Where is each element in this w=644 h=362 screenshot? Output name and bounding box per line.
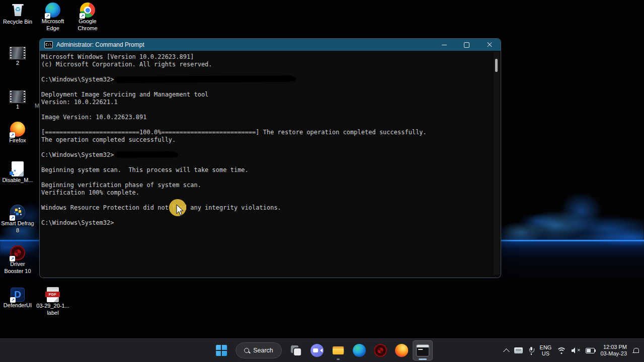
- terminal-line: [41, 159, 491, 166]
- shortcut-arrow-icon: ↗: [10, 256, 15, 261]
- terminal-line: Beginning system scan. This process will…: [41, 166, 491, 174]
- terminal-line: [41, 121, 491, 129]
- terminal-line: [==========================100.0%=======…: [41, 129, 491, 136]
- desktop-icon-label: 03-29_20-1...: [35, 303, 70, 309]
- desktop-icon-smart-defrag-8[interactable]: ↗Smart Defrag8: [0, 204, 35, 234]
- terminal-line: Verification 100% complete.: [41, 189, 491, 197]
- desktop-icon-label: Recycle Bin: [0, 19, 35, 25]
- terminal-line: [41, 197, 491, 204]
- taskbar-file-explorer-button[interactable]: [328, 340, 348, 360]
- shortcut-arrow-icon: ↗: [45, 13, 50, 19]
- touch-keyboard-button[interactable]: [514, 341, 523, 359]
- clock[interactable]: 12:03 PM 03-May-23: [600, 341, 627, 359]
- taskbar-driver-booster-button[interactable]: [370, 340, 390, 360]
- task-view-icon: [289, 344, 302, 357]
- terminal-line: [41, 174, 491, 182]
- desktop-icon-microsoft-edge[interactable]: ↗MicrosoftEdge: [35, 2, 70, 32]
- taskbar-start-button[interactable]: [211, 340, 231, 360]
- chevron-up-icon: [503, 348, 510, 355]
- touch-keyboard-icon: [514, 347, 523, 353]
- maximize-button[interactable]: [455, 39, 478, 51]
- terminal-line: Deployment Image Servicing and Managemen…: [41, 91, 491, 99]
- desktop-icon-label: Driver: [0, 261, 35, 267]
- shortcut-arrow-icon: ↗: [10, 132, 15, 138]
- volume-muted-icon: [572, 347, 580, 354]
- pdf-badge: PDF: [45, 292, 60, 297]
- edge-icon: [353, 344, 366, 357]
- desktop-screen: ♻Recycle Bin↗MicrosoftEdge↗GoogleChrome2…: [0, 0, 644, 362]
- battery-button[interactable]: [586, 341, 595, 359]
- desktop-icon-label: Disable_M...: [0, 177, 35, 184]
- search-label: Search: [253, 347, 273, 354]
- desktop-icon-disable-m-file[interactable]: Disable_M...: [0, 161, 35, 184]
- terminal-line: Windows Resource Protection did not find…: [41, 204, 491, 212]
- active-app-indicator: [419, 358, 427, 360]
- notification-bell-icon: [632, 347, 639, 354]
- desktop-icon-firefox[interactable]: ↗Firefox: [0, 121, 35, 144]
- hidden-icon-label-fragment: M: [35, 103, 39, 109]
- taskbar-task-view-button[interactable]: [286, 340, 306, 360]
- volume-button[interactable]: [572, 341, 580, 359]
- video-file-2-icon: [10, 47, 26, 59]
- cmd-window-icon: C:\: [44, 41, 53, 48]
- desktop-icon-label: Google: [70, 18, 105, 25]
- language-switcher[interactable]: ENG US: [540, 341, 552, 359]
- microsoft-edge-icon: ↗: [45, 3, 60, 18]
- wifi-button[interactable]: [557, 341, 566, 359]
- scrollbar-track[interactable]: [494, 52, 500, 275]
- disable-m-file-icon: [12, 161, 24, 176]
- terminal-line: C:\Windows\System32>: [41, 76, 491, 83]
- desktop-icon-video-file-1[interactable]: 1: [0, 88, 35, 110]
- system-tray: ENG US 12:03 PM 03-May-23: [504, 339, 644, 362]
- terminal-line: Beginning verification phase of system s…: [41, 182, 491, 189]
- desktop-icon-label: Smart Defrag: [0, 220, 35, 227]
- minimize-button[interactable]: [433, 39, 455, 51]
- desktop-icon-pdf-file[interactable]: PDF03-29_20-1...label: [35, 287, 70, 316]
- terminal-line: The operation completed successfully.: [41, 136, 491, 144]
- desktop-icon-label: DefenderUI: [0, 302, 35, 309]
- taskbar: Search ENG US: [0, 338, 644, 362]
- microphone-button[interactable]: [528, 341, 534, 359]
- taskbar-edge-button[interactable]: [349, 340, 369, 360]
- taskbar-app-group: Search: [211, 339, 433, 362]
- shortcut-arrow-icon: ↗: [10, 215, 15, 221]
- taskbar-chat-button[interactable]: [307, 340, 327, 360]
- scrollbar-thumb[interactable]: [495, 59, 498, 72]
- desktop-icon-recycle-bin[interactable]: ♻Recycle Bin: [0, 2, 35, 25]
- clock-time: 12:03 PM: [600, 344, 627, 350]
- terminal-line: [41, 83, 491, 91]
- terminal-line: C:\Windows\System32>: [41, 151, 491, 159]
- terminal-line: Image Version: 10.0.22623.891: [41, 114, 491, 121]
- close-button[interactable]: [478, 39, 501, 51]
- recycle-bin-icon: ♻: [9, 2, 26, 18]
- taskbar-firefox-button[interactable]: [391, 340, 412, 360]
- desktop-icon-video-file-2[interactable]: 2: [0, 44, 35, 66]
- terminal-line: (c) Microsoft Corporation. All rights re…: [41, 61, 491, 68]
- terminal-output[interactable]: Microsoft Windows [Version 10.0.22623.89…: [40, 51, 501, 278]
- terminal-line: [41, 212, 491, 219]
- terminal-line: [41, 68, 491, 76]
- open-app-indicator: [337, 358, 340, 360]
- search-button[interactable]: Search: [235, 342, 282, 358]
- command-prompt-window[interactable]: C:\ Administrator: Command Prompt Micros…: [39, 38, 501, 278]
- search-icon: [244, 348, 249, 353]
- shortcut-arrow-icon: ↗: [79, 13, 85, 19]
- notification-center-button[interactable]: [632, 341, 639, 359]
- terminal-line: C:\Windows\System32>: [41, 219, 491, 227]
- google-chrome-icon: ↗: [80, 3, 95, 18]
- chat-icon: [310, 344, 324, 357]
- microphone-icon: [528, 347, 534, 354]
- command-prompt-icon: [416, 344, 429, 356]
- window-title: Administrator: Command Prompt: [56, 41, 433, 48]
- redaction-blob: [115, 75, 292, 83]
- desktop-icon-label: 2: [0, 60, 35, 66]
- battery-icon: [586, 348, 595, 353]
- tray-overflow-button[interactable]: [504, 341, 509, 359]
- desktop-icon-google-chrome[interactable]: ↗GoogleChrome: [70, 2, 105, 32]
- taskbar-command-prompt-button[interactable]: [413, 340, 433, 360]
- desktop-icon-label: Chrome: [70, 25, 105, 32]
- driver-booster-icon: [374, 344, 387, 357]
- window-titlebar[interactable]: C:\ Administrator: Command Prompt: [40, 39, 501, 51]
- desktop-icon-defenderui[interactable]: D↗DefenderUI: [0, 287, 35, 309]
- desktop-icon-driver-booster-10[interactable]: ↗DriverBooster 10: [0, 245, 35, 275]
